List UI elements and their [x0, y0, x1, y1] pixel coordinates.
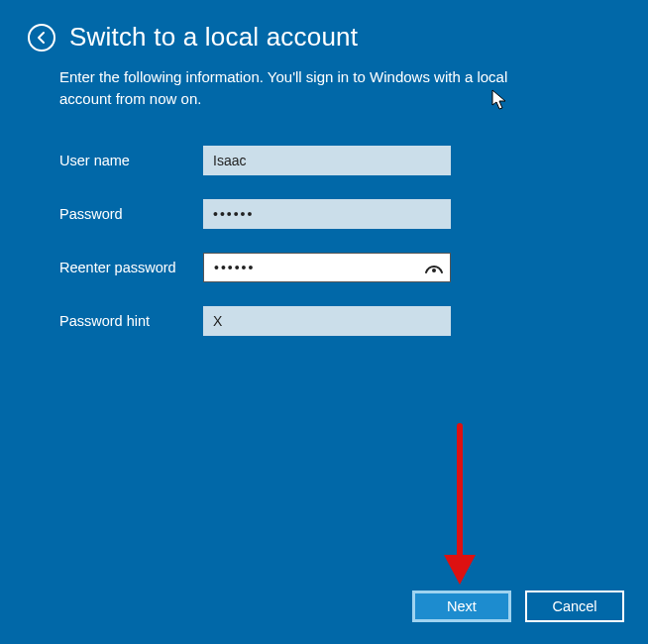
page-subtitle: Enter the following information. You'll … [0, 53, 594, 110]
input-reenter-password[interactable] [203, 253, 451, 282]
page-title: Switch to a local account [69, 22, 358, 53]
label-reenter-password: Reenter password [59, 260, 203, 275]
reveal-password-icon[interactable] [425, 262, 443, 273]
row-password-hint: Password hint [59, 306, 648, 336]
next-button[interactable]: Next [412, 590, 511, 622]
label-username: User name [59, 153, 203, 168]
dialog-footer: Next Cancel [412, 590, 624, 622]
back-arrow-icon [35, 31, 49, 45]
row-password: Password [59, 199, 648, 229]
cancel-button[interactable]: Cancel [525, 590, 624, 622]
input-password[interactable] [203, 199, 451, 229]
svg-point-0 [432, 268, 436, 272]
dialog-header: Switch to a local account [0, 0, 648, 53]
label-password-hint: Password hint [59, 313, 203, 329]
annotation-arrow-icon [430, 421, 489, 590]
label-password: Password [59, 206, 203, 222]
row-username: User name [59, 146, 648, 175]
local-account-form: User name Password Reenter password Pass… [0, 110, 648, 336]
row-reenter-password: Reenter password [59, 253, 648, 282]
input-username[interactable] [203, 146, 451, 175]
back-button[interactable] [28, 24, 55, 52]
input-password-hint[interactable] [203, 306, 451, 336]
svg-marker-2 [444, 555, 476, 585]
